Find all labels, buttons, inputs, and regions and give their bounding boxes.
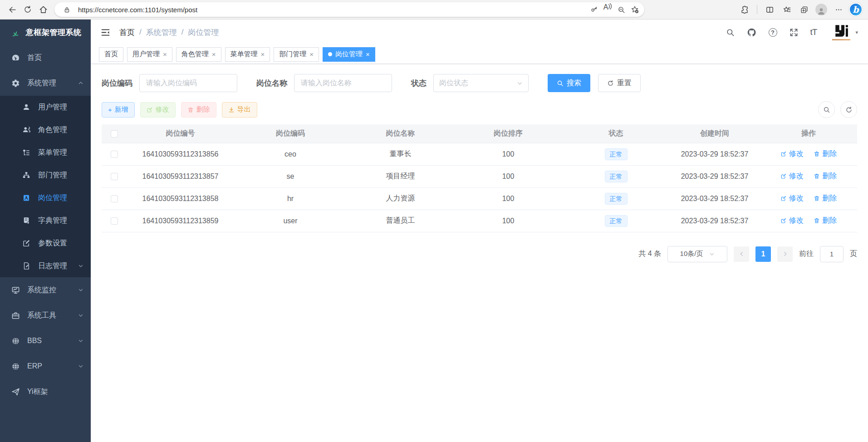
sidebar-item-bbs[interactable]: BBS [0,328,91,354]
trash-icon [187,107,194,113]
browser-profile-avatar[interactable] [814,2,829,17]
prev-page-button[interactable] [734,246,749,262]
row-checkbox[interactable] [111,217,118,225]
extensions-icon[interactable] [737,2,752,17]
caret-down-icon: ▾ [855,29,858,35]
app-logo[interactable]: 意框架管理系统 [0,20,91,45]
add-button[interactable]: + 新增 [102,102,135,118]
next-page-button[interactable] [777,246,793,262]
reset-button[interactable]: 重置 [598,74,641,92]
sidebar-item-departments[interactable]: 部门管理 [0,164,91,187]
user-avatar-menu[interactable]: ▾ [832,23,858,41]
chevron-down-icon [78,287,83,293]
collections-icon[interactable] [796,2,812,17]
zoom-out-icon[interactable] [614,3,628,16]
delete-button[interactable]: 删除 [181,102,216,118]
sidebar-item-tools[interactable]: 系统工具 [0,303,91,328]
row-checkbox[interactable] [111,195,118,202]
status-badge: 正常 [605,215,628,227]
post-name-input[interactable] [294,74,392,92]
edit-button[interactable]: 修改 [140,102,176,118]
row-delete-link[interactable]: 删除 [814,149,837,159]
sidebar-collapse-icon[interactable] [101,28,110,37]
show-search-icon-button[interactable] [818,101,835,118]
row-edit-link[interactable]: 修改 [780,149,804,159]
row-checkbox[interactable] [111,173,118,180]
close-icon[interactable]: × [261,50,265,58]
tab-departments[interactable]: 部门管理 × [274,47,319,62]
refresh-table-icon-button[interactable] [840,101,857,118]
row-checkbox[interactable] [111,151,118,158]
refresh-icon[interactable] [20,2,35,17]
row-edit-link[interactable]: 修改 [780,216,804,226]
posts-table: 岗位编号 岗位编码 岗位名称 岗位排序 状态 创建时间 操作 16410305 [102,124,857,232]
read-aloud-icon[interactable]: A [601,3,614,16]
close-icon[interactable]: × [309,50,314,58]
export-button[interactable]: 导出 [222,102,257,118]
favorites-bar-icon[interactable] [779,2,794,17]
close-icon[interactable]: × [212,50,216,58]
sidebar: 意框架管理系统 首页 系统管理 [0,20,91,442]
sidebar-item-posts[interactable]: 岗位管理 [0,187,91,209]
chevron-down-icon [78,263,83,269]
pagination-total: 共 4 条 [638,249,661,259]
table-row: 1641030593112313856 ceo 董事长 100 正常 2023-… [102,143,857,165]
help-icon[interactable]: ? [769,28,777,37]
browser-toolbar: https://ccnetcore.com:1101/system/post A [0,0,868,20]
url-text[interactable]: https://ccnetcore.com:1101/system/post [78,6,587,14]
sidebar-item-dicts[interactable]: 字典管理 [0,209,91,232]
col-post-code: 岗位编码 [234,124,347,143]
app-title: 意框架管理系统 [26,27,82,38]
goto-page-input[interactable] [820,246,843,262]
breadcrumb-system[interactable]: 系统管理 [146,27,177,38]
add-favorite-icon[interactable] [628,3,642,16]
sidebar-item-yiframe[interactable]: Yi框架 [0,379,91,404]
tab-menus[interactable]: 菜单管理 × [225,47,270,62]
bing-chat-icon[interactable]: b [848,2,863,17]
sidebar-item-system[interactable]: 系统管理 [0,70,91,96]
tab-home[interactable]: 首页 [99,47,123,62]
page-size-select[interactable]: 10条/页 [667,246,727,262]
col-post-id: 岗位编号 [127,124,234,143]
browser-menu-icon[interactable] [831,2,846,17]
tab-posts[interactable]: 岗位管理 × [323,47,375,62]
sidebar-item-menus[interactable]: 菜单管理 [0,141,91,164]
status-select[interactable]: 岗位状态 [433,74,529,92]
font-size-icon[interactable]: tT [810,27,817,37]
page-number-1[interactable]: 1 [755,246,771,262]
close-icon[interactable]: × [163,50,167,58]
sidebar-item-users[interactable]: 用户管理 [0,96,91,118]
plus-icon: + [108,106,112,113]
sidebar-item-roles[interactable]: 角色管理 [0,118,91,141]
post-code-input[interactable] [139,74,237,92]
sidebar-item-erp[interactable]: ERP [0,354,91,379]
row-delete-link[interactable]: 删除 [814,216,837,226]
row-delete-link[interactable]: 删除 [814,194,837,203]
sidebar-item-logs[interactable]: 日志管理 [0,255,91,277]
post-name-field: 岗位名称 [256,74,392,92]
home-icon[interactable] [35,2,51,17]
split-screen-icon[interactable] [762,2,777,17]
tab-users[interactable]: 用户管理 × [127,47,172,62]
address-bar[interactable]: https://ccnetcore.com:1101/system/post A [54,2,644,17]
lock-icon [60,3,74,16]
row-edit-link[interactable]: 修改 [780,194,804,203]
back-icon[interactable] [5,2,20,17]
password-key-icon[interactable] [587,3,601,16]
sidebar-item-params[interactable]: 参数设置 [0,232,91,255]
close-icon[interactable]: × [366,50,370,58]
select-all-checkbox[interactable] [111,130,118,138]
breadcrumb-home[interactable]: 首页 [119,27,135,38]
sidebar-item-monitor[interactable]: 系统监控 [0,277,91,303]
row-delete-link[interactable]: 删除 [814,172,837,181]
toolbar-right [818,101,857,118]
toolbar-divider [757,5,757,14]
sidebar-item-home[interactable]: 首页 [0,45,91,70]
header-search-icon[interactable] [726,28,735,37]
chevron-down-icon [709,251,715,257]
fullscreen-icon[interactable] [790,28,798,37]
github-icon[interactable] [747,28,756,37]
search-button[interactable]: 搜索 [548,74,590,92]
row-edit-link[interactable]: 修改 [780,172,804,181]
tab-roles[interactable]: 角色管理 × [176,47,221,62]
